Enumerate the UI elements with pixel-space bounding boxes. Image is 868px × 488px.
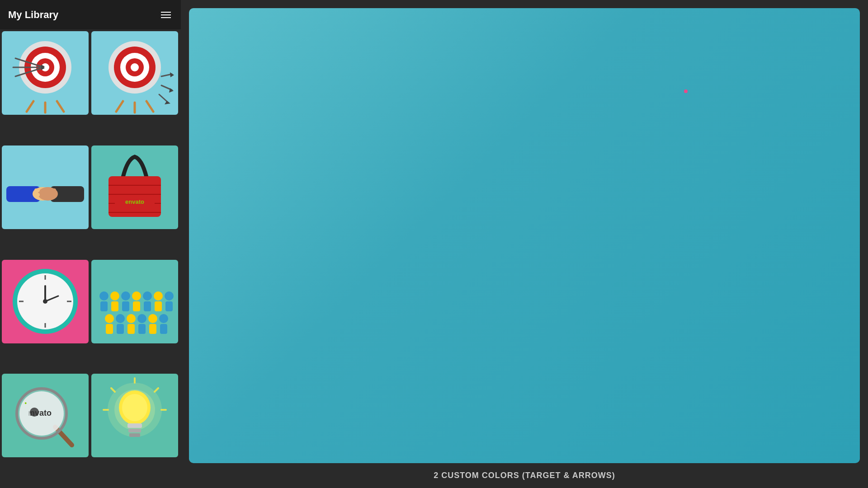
svg-line-0 (27, 101, 33, 112)
menu-icon[interactable] (159, 10, 173, 20)
svg-rect-73 (138, 324, 146, 334)
svg-rect-55 (111, 301, 118, 311)
svg-rect-91 (129, 433, 140, 437)
library-item-shopping-basket[interactable]: envato (91, 145, 178, 229)
svg-text:envato: envato (125, 198, 144, 205)
svg-rect-34 (51, 188, 56, 192)
svg-point-54 (110, 291, 119, 300)
status-text: 2 CUSTOM COLORS (TARGET & ARROWS) (434, 471, 615, 480)
svg-rect-59 (133, 301, 140, 311)
svg-rect-57 (122, 301, 129, 311)
library-item-magnify-envato[interactable]: ● nvato n (2, 374, 89, 457)
svg-marker-23 (165, 101, 170, 104)
sidebar-title: My Library (8, 9, 58, 21)
svg-rect-32 (34, 188, 40, 192)
svg-text:●: ● (24, 401, 27, 405)
svg-rect-53 (100, 301, 108, 311)
svg-point-58 (132, 291, 141, 300)
svg-point-70 (127, 314, 136, 323)
svg-point-21 (131, 63, 139, 71)
svg-line-93 (155, 388, 158, 392)
svg-line-94 (111, 388, 115, 392)
svg-rect-75 (149, 324, 156, 334)
svg-rect-33 (34, 193, 40, 197)
sidebar: My Library (0, 0, 181, 488)
library-item-target-hit[interactable] (2, 31, 89, 115)
sidebar-header: My Library (0, 0, 181, 29)
svg-point-62 (154, 291, 163, 300)
svg-point-88 (122, 394, 147, 421)
library-item-target-miss[interactable] (91, 31, 178, 115)
svg-line-2 (57, 101, 64, 112)
svg-rect-61 (144, 301, 151, 311)
svg-text:n: n (28, 408, 33, 418)
preview-dot (684, 89, 688, 93)
status-bar: 2 CUSTOM COLORS (TARGET & ARROWS) (189, 463, 860, 488)
library-item-crowd[interactable] (91, 260, 178, 343)
svg-point-76 (159, 314, 168, 323)
library-item-handshake[interactable] (2, 145, 89, 229)
svg-rect-69 (117, 324, 124, 334)
svg-rect-35 (51, 193, 56, 197)
svg-point-66 (105, 314, 114, 323)
svg-point-51 (43, 299, 47, 304)
library-grid: envato (0, 29, 181, 488)
svg-line-16 (146, 101, 153, 112)
svg-point-56 (121, 291, 130, 300)
svg-rect-65 (165, 301, 173, 311)
svg-text:nvato: nvato (30, 408, 52, 418)
canvas-preview-area[interactable] (189, 8, 860, 463)
svg-rect-63 (155, 301, 162, 311)
svg-line-14 (116, 101, 123, 112)
library-item-lightbulb[interactable] (91, 374, 178, 457)
svg-point-60 (143, 291, 152, 300)
svg-rect-89 (127, 423, 142, 428)
library-item-clock[interactable] (2, 260, 89, 343)
svg-point-74 (148, 314, 157, 323)
svg-rect-90 (128, 429, 141, 432)
svg-rect-77 (160, 324, 167, 334)
svg-point-64 (165, 291, 174, 300)
svg-point-72 (137, 314, 146, 323)
svg-point-52 (99, 291, 108, 300)
svg-point-68 (116, 314, 125, 323)
svg-marker-27 (170, 72, 174, 77)
main-canvas: 2 CUSTOM COLORS (TARGET & ARROWS) (181, 0, 868, 488)
svg-rect-67 (106, 324, 113, 334)
svg-rect-71 (127, 324, 135, 334)
